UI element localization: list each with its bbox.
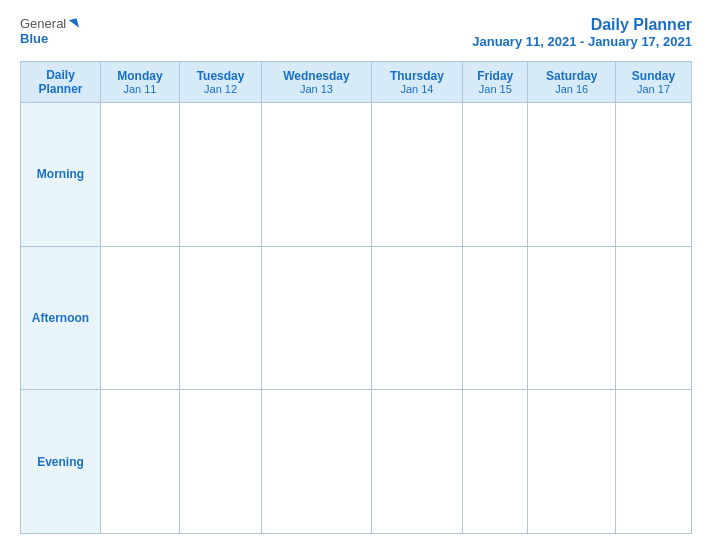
morning-thursday[interactable] [371,103,462,247]
evening-saturday[interactable] [528,390,616,534]
afternoon-monday[interactable] [101,246,180,390]
evening-monday[interactable] [101,390,180,534]
tuesday-date: Jan 12 [184,83,257,95]
planner-title: Daily Planner [472,16,692,34]
monday-label: Monday [105,69,175,83]
morning-saturday[interactable] [528,103,616,247]
evening-tuesday[interactable] [179,390,261,534]
monday-date: Jan 11 [105,83,175,95]
afternoon-tuesday[interactable] [179,246,261,390]
morning-monday[interactable] [101,103,180,247]
morning-sunday[interactable] [616,103,692,247]
morning-wednesday[interactable] [262,103,371,247]
wednesday-date: Jan 13 [266,83,366,95]
morning-tuesday[interactable] [179,103,261,247]
afternoon-label: Afternoon [21,246,101,390]
afternoon-friday[interactable] [463,246,528,390]
logo-general: General [20,16,66,31]
afternoon-thursday[interactable] [371,246,462,390]
evening-sunday[interactable] [616,390,692,534]
friday-label: Friday [467,69,523,83]
afternoon-sunday[interactable] [616,246,692,390]
evening-friday[interactable] [463,390,528,534]
thursday-date: Jan 14 [376,83,458,95]
thursday-label: Thursday [376,69,458,83]
morning-friday[interactable] [463,103,528,247]
header-friday: Friday Jan 15 [463,62,528,103]
afternoon-wednesday[interactable] [262,246,371,390]
sunday-label: Sunday [620,69,687,83]
title-area: Daily Planner January 11, 2021 - January… [472,16,692,49]
date-range: January 11, 2021 - January 17, 2021 [472,34,692,49]
morning-row: Morning [21,103,692,247]
header-row: Daily Planner Monday Jan 11 Tuesday Jan … [21,62,692,103]
header-thursday: Thursday Jan 14 [371,62,462,103]
evening-row: Evening [21,390,692,534]
saturday-date: Jan 16 [532,83,611,95]
morning-label: Morning [21,103,101,247]
evening-thursday[interactable] [371,390,462,534]
planner-header-label: Daily Planner [25,68,96,96]
saturday-label: Saturday [532,69,611,83]
header-tuesday: Tuesday Jan 12 [179,62,261,103]
afternoon-row: Afternoon [21,246,692,390]
logo-area: General Blue [20,16,78,46]
tuesday-label: Tuesday [184,69,257,83]
logo-triangle-icon [69,18,79,30]
header-label-cell: Daily Planner [21,62,101,103]
header-sunday: Sunday Jan 17 [616,62,692,103]
calendar-table: Daily Planner Monday Jan 11 Tuesday Jan … [20,61,692,534]
header-saturday: Saturday Jan 16 [528,62,616,103]
wednesday-label: Wednesday [266,69,366,83]
sunday-date: Jan 17 [620,83,687,95]
logo: General [20,16,78,31]
evening-wednesday[interactable] [262,390,371,534]
header: General Blue Daily Planner January 11, 2… [20,16,692,49]
logo-blue: Blue [20,31,48,46]
friday-date: Jan 15 [467,83,523,95]
evening-label: Evening [21,390,101,534]
afternoon-saturday[interactable] [528,246,616,390]
header-wednesday: Wednesday Jan 13 [262,62,371,103]
header-monday: Monday Jan 11 [101,62,180,103]
